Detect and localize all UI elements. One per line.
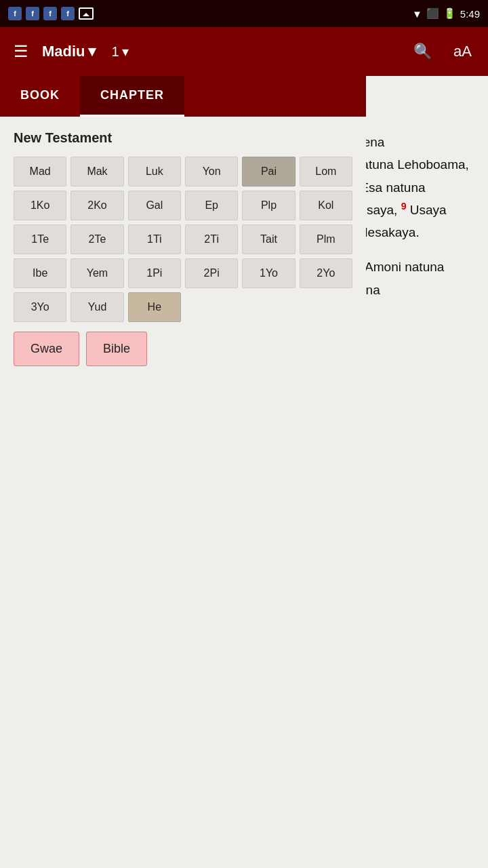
time: 5:49	[460, 8, 480, 20]
book-name: Madiu	[42, 43, 85, 60]
tab-bar: BOOK CHAPTER	[0, 76, 366, 117]
fb-icon-2: f	[26, 7, 39, 20]
dropdown-content: New Testament Mad Mak Luk Yon Pai Lom 1K…	[0, 117, 366, 380]
book-1ko[interactable]: 1Ko	[14, 191, 66, 220]
book-yon[interactable]: Yon	[185, 157, 238, 186]
chapter-dropdown-arrow: ▾	[122, 43, 129, 60]
book-ep[interactable]: Ep	[185, 191, 238, 220]
bible-button[interactable]: Bible	[86, 332, 147, 366]
book-lom[interactable]: Lom	[300, 157, 352, 186]
menu-button[interactable]: ☰	[11, 39, 31, 64]
gwae-button[interactable]: Gwae	[14, 332, 79, 366]
book-2yo[interactable]: 2Yo	[300, 258, 352, 288]
tab-chapter[interactable]: CHAPTER	[80, 76, 184, 117]
fb-icon-1: f	[8, 7, 22, 20]
wifi-icon: ▼	[412, 8, 422, 20]
books-grid: Mad Mak Luk Yon Pai Lom 1Ko 2Ko Gal Ep P…	[14, 157, 352, 322]
chapter-button[interactable]: 1 ▾	[112, 43, 129, 60]
book-1pi[interactable]: 1Pi	[128, 258, 181, 288]
chapter-number: 1	[112, 44, 119, 60]
book-plp[interactable]: Plp	[242, 191, 295, 220]
book-ibe[interactable]: Ibe	[14, 258, 66, 288]
book-pai[interactable]: Pai	[242, 157, 295, 186]
book-mak[interactable]: Mak	[70, 157, 123, 186]
book-luk[interactable]: Luk	[128, 157, 181, 186]
tab-book[interactable]: BOOK	[0, 76, 80, 117]
fb-icon-4: f	[61, 7, 75, 20]
status-right: ▼ ⬛ 🔋 5:49	[412, 7, 480, 20]
image-icon	[79, 7, 94, 20]
book-yem[interactable]: Yem	[70, 258, 123, 288]
verse-9-number: 9	[401, 201, 407, 212]
status-icons: f f f f	[8, 7, 94, 20]
search-button[interactable]: 🔍	[408, 40, 437, 63]
font-button[interactable]: aA	[448, 40, 477, 63]
status-bar: f f f f ▼ ⬛ 🔋 5:49	[0, 0, 488, 27]
book-kol[interactable]: Kol	[300, 191, 352, 220]
book-yud[interactable]: Yud	[70, 292, 123, 322]
book-1yo[interactable]: 1Yo	[242, 258, 295, 288]
book-3yo[interactable]: 3Yo	[14, 292, 66, 322]
book-2pi[interactable]: 2Pi	[185, 258, 238, 288]
book-2ko[interactable]: 2Ko	[70, 191, 123, 220]
book-gal[interactable]: Gal	[128, 191, 181, 220]
signal-icon: ⬛	[426, 7, 439, 20]
book-title-button[interactable]: Madiu ▾	[42, 43, 96, 60]
app-header: ☰ Madiu ▾ 1 ▾ 🔍 aA	[0, 27, 488, 76]
book-mad[interactable]: Mad	[14, 157, 66, 186]
book-he[interactable]: He	[128, 292, 181, 322]
book-plm[interactable]: Plm	[300, 224, 352, 254]
book-dropdown-arrow: ▾	[88, 43, 96, 60]
book-chapter-dropdown: BOOK CHAPTER New Testament Mad Mak Luk Y…	[0, 76, 366, 380]
book-1te[interactable]: 1Te	[14, 224, 66, 254]
book-2te[interactable]: 2Te	[70, 224, 123, 254]
battery-icon: 🔋	[443, 7, 456, 20]
testament-title: New Testament	[14, 130, 352, 146]
book-2ti[interactable]: 2Ti	[185, 224, 238, 254]
special-buttons: Gwae Bible	[14, 332, 352, 366]
book-1ti[interactable]: 1Ti	[128, 224, 181, 254]
fb-icon-3: f	[43, 7, 57, 20]
book-tait[interactable]: Tait	[242, 224, 295, 254]
